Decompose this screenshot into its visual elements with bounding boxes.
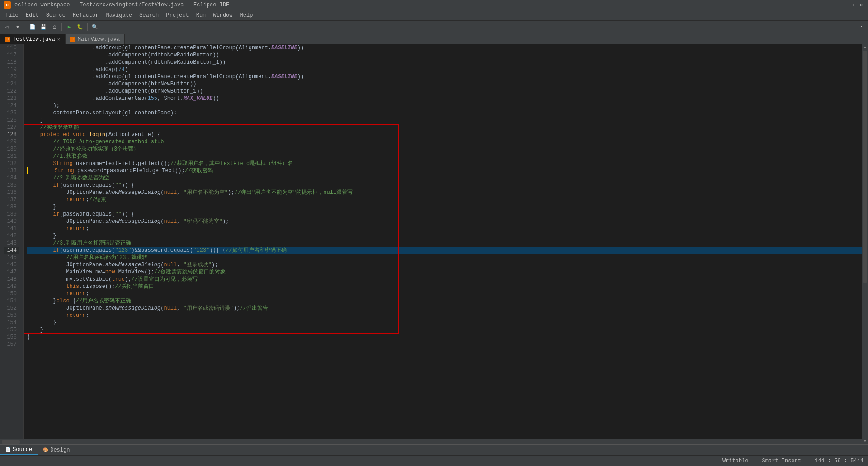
code-line-134: //2.判断参数是否为空 bbox=[27, 174, 862, 182]
h-scroll-thumb[interactable] bbox=[2, 440, 20, 444]
line-138: 138 bbox=[4, 203, 19, 211]
line-134: 134 bbox=[4, 174, 19, 182]
line-126: 126 bbox=[4, 117, 19, 124]
line-149: 149 bbox=[4, 283, 19, 290]
status-right: Writable Smart Insert 144 : 59 : 5444 bbox=[722, 458, 863, 464]
scroll-up-button[interactable]: ▲ bbox=[862, 44, 868, 51]
toolbar-dropdown[interactable]: ▼ bbox=[13, 22, 23, 32]
title-bar: e eclipse-workspace - Test/src/swingtest… bbox=[0, 0, 868, 10]
line-118: 118 bbox=[4, 59, 19, 66]
menu-run[interactable]: Run bbox=[193, 10, 210, 20]
toolbar-back[interactable]: ◁ bbox=[2, 22, 12, 32]
line-116: 116 bbox=[4, 44, 19, 52]
line-148: 148 bbox=[4, 276, 19, 283]
code-line-144: if(username.equals("123")&&password.equa… bbox=[27, 247, 862, 254]
code-line-127: //实现登录功能 bbox=[27, 124, 862, 131]
line-numbers: 116 117 118 119 120 121 122 123 124 125 … bbox=[4, 44, 24, 444]
tab-mainview[interactable]: J MainView.java bbox=[65, 34, 125, 44]
source-tab-icon: 📄 bbox=[5, 447, 11, 452]
code-line-152: JOptionPane.showMessageDialog(null, "用户名… bbox=[27, 305, 862, 312]
line-136: 136 bbox=[4, 189, 19, 196]
line-146: 146 bbox=[4, 261, 19, 268]
code-line-135: if(username.equals("")) { bbox=[27, 182, 862, 189]
code-line-122: .addComponent(btnNewButton_1)) bbox=[27, 88, 862, 95]
editor-tabs: J TestView.java ✕ J MainView.java bbox=[0, 33, 868, 44]
source-tab-label: Source bbox=[13, 447, 32, 453]
toolbar-more[interactable]: ⋮ bbox=[856, 22, 866, 32]
scroll-thumb[interactable] bbox=[863, 51, 867, 283]
left-margin bbox=[0, 44, 4, 444]
menu-navigate[interactable]: Navigate bbox=[102, 10, 136, 20]
toolbar-print[interactable]: 🖨 bbox=[49, 22, 59, 32]
menu-file[interactable]: File bbox=[2, 10, 22, 20]
tab-testview[interactable]: J TestView.java ✕ bbox=[0, 34, 65, 44]
design-tab-label: Design bbox=[50, 447, 70, 453]
code-area[interactable]: .addGroup(gl_contentPane.createParallelG… bbox=[24, 44, 862, 444]
code-line-130: //经典的登录功能实现（3个步骤） bbox=[27, 146, 862, 153]
scroll-down-button[interactable]: ▼ bbox=[862, 438, 868, 444]
line-153: 153 bbox=[4, 312, 19, 319]
menu-project[interactable]: Project bbox=[162, 10, 192, 20]
line-151: 151 bbox=[4, 297, 19, 305]
code-line-125: contentPane.setLayout(gl_contentPane); bbox=[27, 109, 862, 117]
line-127: 127 bbox=[4, 124, 19, 131]
status-bar: Writable Smart Insert 144 : 59 : 5444 bbox=[0, 455, 868, 466]
toolbar-new[interactable]: 📄 bbox=[28, 22, 38, 32]
code-line-136: JOptionPane.showMessageDialog(null, "用户名… bbox=[27, 189, 862, 196]
code-line-145: //用户名和密码都为123，就跳转 bbox=[27, 254, 862, 261]
menu-window[interactable]: Window bbox=[209, 10, 236, 20]
bottom-tabs-bar: 📄 Source 🎨 Design bbox=[0, 444, 868, 455]
line-143: 143 bbox=[4, 240, 19, 247]
minimize-button[interactable]: ─ bbox=[840, 2, 846, 8]
line-147: 147 bbox=[4, 268, 19, 276]
line-140: 140 bbox=[4, 218, 19, 225]
line-121: 121 bbox=[4, 80, 19, 88]
tab-design[interactable]: 🎨 Design bbox=[38, 445, 75, 455]
code-line-156: } bbox=[27, 334, 862, 341]
scroll-track[interactable] bbox=[862, 51, 868, 438]
toolbar-save[interactable]: 💾 bbox=[38, 22, 48, 32]
code-line-141: return; bbox=[27, 225, 862, 232]
toolbar-debug[interactable]: 🐛 bbox=[75, 22, 85, 32]
horizontal-scrollbar[interactable] bbox=[0, 439, 862, 444]
line-141: 141 bbox=[4, 225, 19, 232]
code-line-154: } bbox=[27, 319, 862, 326]
maximize-button[interactable]: □ bbox=[849, 2, 855, 8]
overview-ruler[interactable]: ▲ ▼ bbox=[862, 44, 868, 444]
menu-source[interactable]: Source bbox=[42, 10, 69, 20]
line-122: 122 bbox=[4, 88, 19, 95]
menu-refactor[interactable]: Refactor bbox=[69, 10, 103, 20]
code-line-157 bbox=[27, 341, 862, 348]
line-133: 133 bbox=[4, 167, 19, 174]
line-132: 132 bbox=[4, 160, 19, 167]
toolbar: ◁ ▼ 📄 💾 🖨 ▶ 🐛 🔍 ⋮ bbox=[0, 21, 868, 33]
tab-source[interactable]: 📄 Source bbox=[0, 445, 38, 455]
line-117: 117 bbox=[4, 52, 19, 59]
toolbar-separator-2 bbox=[61, 23, 62, 31]
line-120: 120 bbox=[4, 73, 19, 80]
window-controls[interactable]: ─ □ ✕ bbox=[840, 2, 864, 8]
menu-help[interactable]: Help bbox=[236, 10, 257, 20]
code-line-132: String username=textField.getText();//获取… bbox=[27, 160, 862, 167]
line-137: 137 bbox=[4, 196, 19, 203]
line-130: 130 bbox=[4, 146, 19, 153]
tab-testview-close[interactable]: ✕ bbox=[57, 37, 60, 42]
code-line-148: mv.setVisible(true);//设置窗口为可见，必须写 bbox=[27, 276, 862, 283]
menu-edit[interactable]: Edit bbox=[22, 10, 42, 20]
code-line-150: return; bbox=[27, 290, 862, 297]
toolbar-run[interactable]: ▶ bbox=[64, 22, 74, 32]
code-line-133: String password=passwordField.getText();… bbox=[27, 167, 862, 174]
code-line-124: ); bbox=[27, 102, 862, 109]
status-writable: Writable bbox=[722, 458, 749, 464]
line-154: 154 bbox=[4, 319, 19, 326]
line-119: 119 bbox=[4, 66, 19, 73]
menu-search[interactable]: Search bbox=[136, 10, 162, 20]
code-line-126: } bbox=[27, 117, 862, 124]
window-title: eclipse-workspace - Test/src/swingtest/T… bbox=[14, 2, 836, 8]
toolbar-search[interactable]: 🔍 bbox=[90, 22, 100, 32]
line-152: 152 bbox=[4, 305, 19, 312]
code-line-151: }else {//用户名或密码不正确 bbox=[27, 297, 862, 305]
code-line-139: if(password.equals("")) { bbox=[27, 211, 862, 218]
close-button[interactable]: ✕ bbox=[858, 2, 864, 8]
code-line-121: .addComponent(btnNewButton)) bbox=[27, 80, 862, 88]
